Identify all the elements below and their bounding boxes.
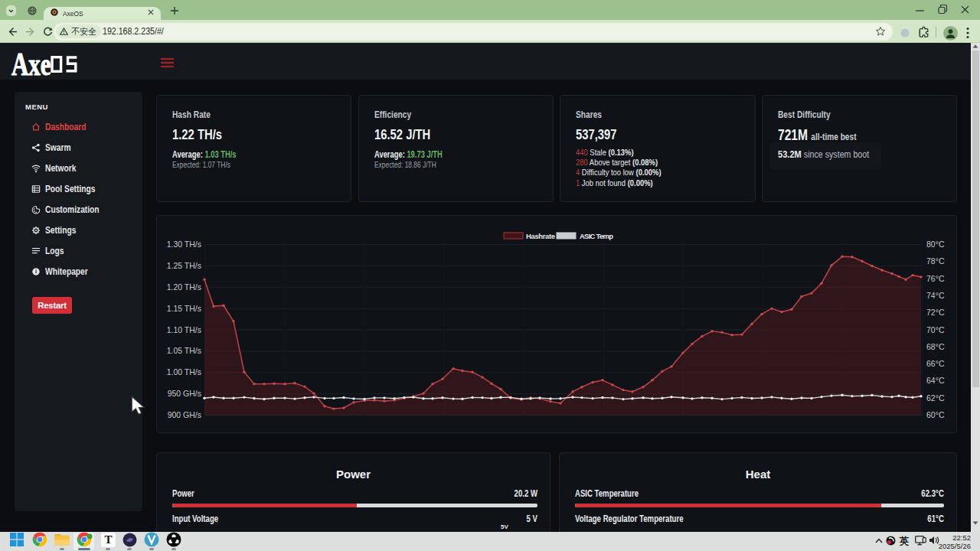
svg-text:66°C: 66°C [926,359,945,368]
svg-text:1.05 TH/s: 1.05 TH/s [167,346,201,355]
svg-text:70°C: 70°C [926,325,945,334]
svg-text:60°C: 60°C [926,410,945,419]
svg-text:ASIC Temp: ASIC Temp [580,232,613,240]
svg-text:72°C: 72°C [926,308,945,317]
svg-text:1.10 TH/s: 1.10 TH/s [167,325,201,334]
svg-text:76°C: 76°C [926,274,945,283]
svg-text:1.25 TH/s: 1.25 TH/s [167,261,201,270]
svg-text:64°C: 64°C [926,376,945,385]
svg-text:80°C: 80°C [926,240,945,249]
svg-text:1.30 TH/s: 1.30 TH/s [167,240,201,249]
svg-text:1.15 TH/s: 1.15 TH/s [167,304,201,313]
svg-text:900 GH/s: 900 GH/s [168,410,201,419]
svg-text:1.00 TH/s: 1.00 TH/s [167,367,201,377]
svg-text:1.20 TH/s: 1.20 TH/s [167,282,201,292]
svg-text:950 GH/s: 950 GH/s [168,389,201,398]
svg-text:i: i [35,269,37,275]
svg-text:62°C: 62°C [926,393,945,403]
svg-text:Hashrate: Hashrate [526,232,555,240]
svg-text:78°C: 78°C [926,256,945,266]
svg-text:68°C: 68°C [926,342,945,351]
svg-text:74°C: 74°C [926,291,945,300]
